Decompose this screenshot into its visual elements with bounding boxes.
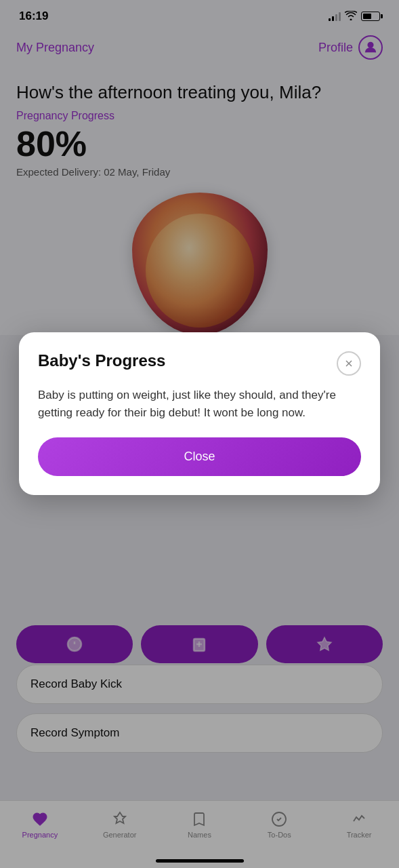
modal-header: Baby's Progress (38, 351, 361, 376)
modal-body-text: Baby is putting on weight, just like the… (38, 387, 361, 421)
baby-progress-modal: Baby's Progress Baby is putting on weigh… (19, 332, 380, 495)
modal-title: Baby's Progress (38, 351, 329, 370)
modal-close-x-button[interactable] (337, 351, 361, 376)
modal-close-button[interactable]: Close (38, 437, 361, 476)
